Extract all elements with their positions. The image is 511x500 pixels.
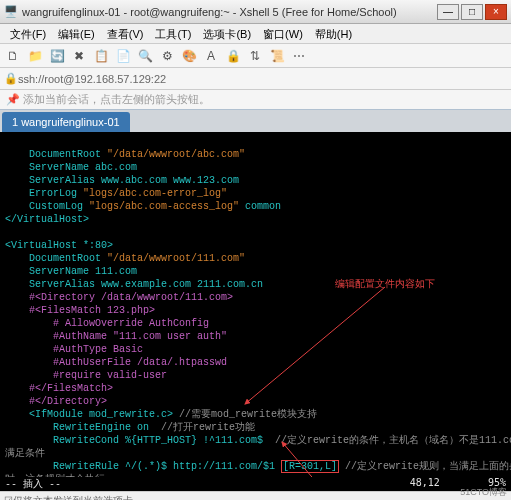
code-cmt: //打开rewrite功能 xyxy=(161,422,255,433)
code-line: </VirtualHost> xyxy=(5,214,89,225)
svg-line-0 xyxy=(245,287,385,404)
session-tab[interactable]: 1 wangruifenglinux-01 xyxy=(2,112,130,132)
vim-mode: -- 插入 -- xyxy=(5,477,61,491)
code-comment: # AllowOverride AuthConfig xyxy=(5,318,209,329)
code-comment: #<Directory /data/wwwroot/111.com> xyxy=(5,292,233,303)
code-comment: #</FilesMatch> xyxy=(5,383,113,394)
open-icon[interactable]: 📁 xyxy=(26,47,44,65)
paste-icon[interactable]: 📄 xyxy=(114,47,132,65)
code-line: <VirtualHost *:80> xyxy=(5,240,113,251)
code-comment: #AuthType Basic xyxy=(5,344,143,355)
new-icon[interactable]: 🗋 xyxy=(4,47,22,65)
menu-help[interactable]: 帮助(H) xyxy=(309,24,358,43)
window-titlebar: 🖥️ wangruifenglinux-01 - root@wangruifen… xyxy=(0,0,511,24)
tab-bar: 1 wangruifenglinux-01 xyxy=(0,110,511,132)
more-icon[interactable]: ⋯ xyxy=(290,47,308,65)
app-icon: 🖥️ xyxy=(4,5,18,19)
menu-edit[interactable]: 编辑(E) xyxy=(52,24,101,43)
code-line: ServerAlias www.abc.com www.123.com xyxy=(5,175,239,186)
hint-text: 添加当前会话，点击左侧的箭头按钮。 xyxy=(23,92,210,107)
vim-pos: 48,12 xyxy=(410,477,440,488)
code-cmt: //定义rewrite的条件，主机名（域名）不是111.com xyxy=(275,435,511,446)
send-tip: 仅将文本发送到当前选项卡 xyxy=(13,494,133,501)
code-line: ErrorLog xyxy=(5,188,83,199)
disconnect-icon[interactable]: ✖ xyxy=(70,47,88,65)
minimize-button[interactable]: — xyxy=(437,4,459,20)
code-comment: #</Directory> xyxy=(5,396,107,407)
pin-icon[interactable]: 📌 xyxy=(6,93,20,106)
transfer-icon[interactable]: ⇅ xyxy=(246,47,264,65)
copy-icon[interactable]: 📋 xyxy=(92,47,110,65)
code-line: ServerName 111.com xyxy=(5,266,137,277)
menu-view[interactable]: 查看(V) xyxy=(101,24,150,43)
maximize-button[interactable]: □ xyxy=(461,4,483,20)
window-buttons: — □ × xyxy=(437,4,507,20)
hint-bar: 📌 添加当前会话，点击左侧的箭头按钮。 xyxy=(0,90,511,110)
terminal[interactable]: DocumentRoot "/data/wwwroot/abc.com" Ser… xyxy=(0,132,511,477)
menu-bar: 文件(F) 编辑(E) 查看(V) 工具(T) 选项卡(B) 窗口(W) 帮助(… xyxy=(0,24,511,44)
menu-file[interactable]: 文件(F) xyxy=(4,24,52,43)
code-cmt: //定义rewrite规则，当满足上面的条件 xyxy=(339,461,511,472)
code-line: RewriteRule ^/(.*)$ http://111.com/$1 xyxy=(5,461,281,472)
toolbar: 🗋 📁 🔄 ✖ 📋 📄 🔍 ⚙ 🎨 A 🔒 ⇅ 📜 ⋯ xyxy=(0,44,511,68)
code-str: "/data/wwwroot/111.com" xyxy=(107,253,245,264)
code-cmt: //需要mod_rewrite模块支持 xyxy=(173,409,317,420)
color-icon[interactable]: 🎨 xyxy=(180,47,198,65)
code-cmt: 时，这条规则才会执行 xyxy=(5,474,105,477)
annotation-1: 编辑配置文件内容如下 xyxy=(335,277,435,290)
code-comment: #<FilesMatch 123.php> xyxy=(5,305,155,316)
find-icon[interactable]: 🔍 xyxy=(136,47,154,65)
watermark: 51CTO博客 xyxy=(460,486,507,499)
code-str: "logs/abc.com-access_log" xyxy=(89,201,239,212)
reconnect-icon[interactable]: 🔄 xyxy=(48,47,66,65)
code-str: "/data/wwwroot/abc.com" xyxy=(107,149,245,160)
highlighted-box: [R=301,L] xyxy=(281,460,339,473)
close-button[interactable]: × xyxy=(485,4,507,20)
lock-icon[interactable]: 🔒 xyxy=(224,47,242,65)
font-icon[interactable]: A xyxy=(202,47,220,65)
address-text[interactable]: ssh://root@192.168.57.129:22 xyxy=(18,73,166,85)
code-str: "logs/abc.com-error_log" xyxy=(83,188,227,199)
code-line: RewriteEngine on xyxy=(5,422,161,433)
code-line: DocumentRoot xyxy=(5,149,107,160)
code-comment: #AuthName "111.com user auth" xyxy=(5,331,227,342)
code-line: DocumentRoot xyxy=(5,253,107,264)
code-comment: #require valid-user xyxy=(5,370,167,381)
code-line: RewriteCond %{HTTP_HOST} !^111.com$ xyxy=(5,435,275,446)
script-icon[interactable]: 📜 xyxy=(268,47,286,65)
lock-icon: 🔒 xyxy=(4,72,18,85)
code-line: CustomLog xyxy=(5,201,89,212)
menu-tabs[interactable]: 选项卡(B) xyxy=(197,24,257,43)
code-line: ServerName abc.com xyxy=(5,162,137,173)
code-line: <IfModule mod_rewrite.c> xyxy=(5,409,173,420)
code-line: ServerAlias www.example.com 2111.com.cn xyxy=(5,279,263,290)
vim-status: -- 插入 -- 48,12 95% xyxy=(0,477,511,491)
code-comment: #AuthUserFile /data/.htpasswd xyxy=(5,357,227,368)
code-cmt: 满足条件 xyxy=(5,448,45,459)
send-bar: ☑ 仅将文本发送到当前选项卡 xyxy=(0,491,511,500)
props-icon[interactable]: ⚙ xyxy=(158,47,176,65)
code-line: common xyxy=(239,201,281,212)
address-bar: 🔒 ssh://root@192.168.57.129:22 xyxy=(0,68,511,90)
menu-window[interactable]: 窗口(W) xyxy=(257,24,309,43)
window-title: wangruifenglinux-01 - root@wangruifeng:~… xyxy=(22,6,437,18)
menu-tools[interactable]: 工具(T) xyxy=(149,24,197,43)
